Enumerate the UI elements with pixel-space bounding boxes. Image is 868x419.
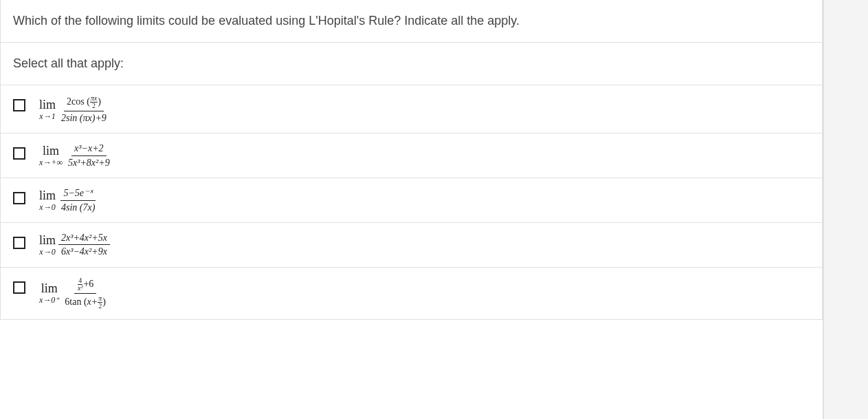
- option-3[interactable]: lim x→0 5−5e⁻ˣ 4sin (7x): [0, 178, 823, 223]
- option-1[interactable]: lim x→1 2cos (πx2) 2sin (πx)+9: [0, 85, 823, 133]
- question-panel: Which of the following limits could be e…: [0, 0, 823, 419]
- checkbox-5[interactable]: [13, 281, 25, 294]
- option-2[interactable]: lim x→+∞ x³−x+2 5x³+8x²+9: [0, 133, 823, 178]
- option-5-math: lim x→0⁺ 4x²+6 6tan (x+π2): [39, 277, 109, 310]
- option-1-math: lim x→1 2cos (πx2) 2sin (πx)+9: [39, 95, 109, 123]
- checkbox-4[interactable]: [13, 237, 25, 249]
- right-gutter: [823, 0, 868, 419]
- option-4-math: lim x→0 2x³+4x²+5x 6x³−4x²+9x: [39, 233, 110, 257]
- option-4[interactable]: lim x→0 2x³+4x²+5x 6x³−4x²+9x: [0, 223, 823, 268]
- checkbox-3[interactable]: [13, 192, 25, 204]
- question-text: Which of the following limits could be e…: [0, 0, 823, 43]
- checkbox-1[interactable]: [13, 99, 25, 111]
- checkbox-2[interactable]: [13, 147, 25, 160]
- option-5[interactable]: lim x→0⁺ 4x²+6 6tan (x+π2): [0, 268, 823, 320]
- option-3-math: lim x→0 5−5e⁻ˣ 4sin (7x): [39, 188, 98, 213]
- option-2-math: lim x→+∞ x³−x+2 5x³+8x²+9: [39, 143, 113, 168]
- instruction-text: Select all that apply:: [0, 43, 823, 85]
